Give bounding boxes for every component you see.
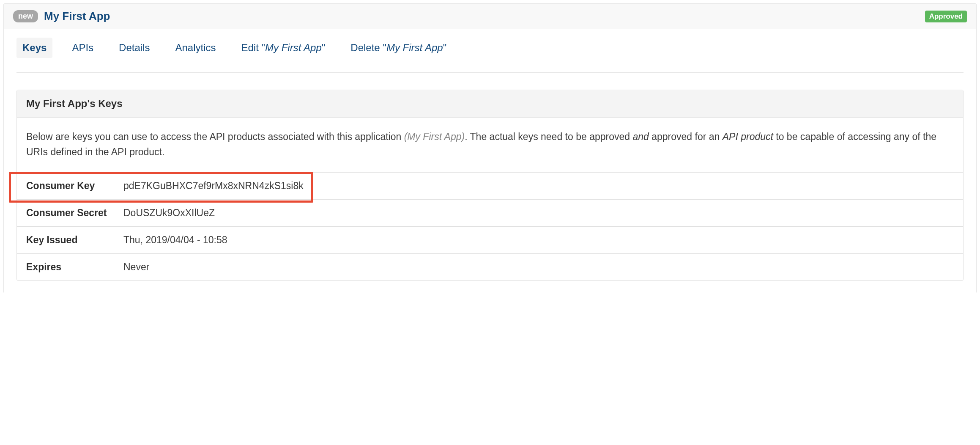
- keys-card: My First App's Keys Below are keys you c…: [16, 90, 964, 281]
- consumer-secret-value: DoUSZUk9OxXIlUeZ: [123, 207, 215, 219]
- key-issued-value: Thu, 2019/04/04 - 10:58: [123, 234, 227, 246]
- keys-description: Below are keys you can use to access the…: [17, 118, 963, 172]
- app-title: My First App: [44, 10, 110, 23]
- row-consumer-secret: Consumer Secret DoUSZUk9OxXIlUeZ: [17, 200, 963, 227]
- tab-delete[interactable]: Delete "My First App": [345, 38, 452, 58]
- consumer-key-value: pdE7KGuBHXC7ef9rMx8xNRN4zkS1si8k: [123, 180, 304, 192]
- tab-details[interactable]: Details: [113, 38, 156, 58]
- row-consumer-key: Consumer Key pdE7KGuBHXC7ef9rMx8xNRN4zkS…: [17, 173, 963, 200]
- key-issued-label: Key Issued: [26, 234, 123, 246]
- keys-table: Consumer Key pdE7KGuBHXC7ef9rMx8xNRN4zkS…: [17, 172, 963, 280]
- row-expires: Expires Never: [17, 254, 963, 280]
- tab-keys[interactable]: Keys: [16, 38, 52, 58]
- panel-header: new My First App Approved: [4, 4, 976, 29]
- keys-card-title: My First App's Keys: [17, 90, 963, 118]
- tabs: Keys APIs Details Analytics Edit "My Fir…: [16, 38, 964, 73]
- tab-analytics[interactable]: Analytics: [169, 38, 222, 58]
- consumer-secret-label: Consumer Secret: [26, 207, 123, 219]
- panel-body: Keys APIs Details Analytics Edit "My Fir…: [4, 29, 976, 293]
- status-badge: Approved: [925, 11, 967, 22]
- row-key-issued: Key Issued Thu, 2019/04/04 - 10:58: [17, 227, 963, 254]
- expires-value: Never: [123, 261, 149, 273]
- tab-apis[interactable]: APIs: [66, 38, 99, 58]
- new-badge: new: [13, 10, 38, 22]
- expires-label: Expires: [26, 261, 123, 273]
- consumer-key-label: Consumer Key: [26, 180, 123, 192]
- app-panel: new My First App Approved Keys APIs Deta…: [3, 3, 977, 293]
- tab-edit[interactable]: Edit "My First App": [235, 38, 331, 58]
- header-left: new My First App: [13, 10, 110, 23]
